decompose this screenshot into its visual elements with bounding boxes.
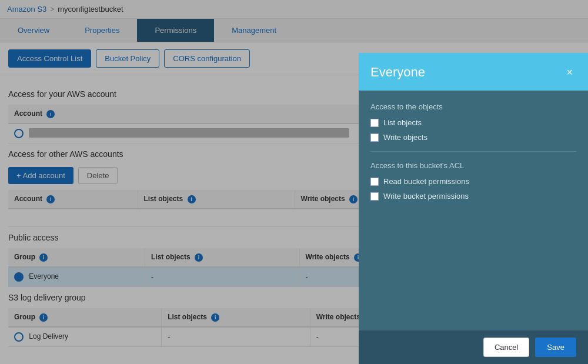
read-bucket-checkbox[interactable] <box>370 178 379 186</box>
list-objects-checkbox[interactable] <box>370 119 379 127</box>
everyone-panel: Everyone × Access to the objects List ob… <box>359 53 588 364</box>
acl-section-title: Access to this bucket's ACL <box>370 161 576 170</box>
panel-footer: Cancel Save <box>359 330 588 364</box>
panel-body: Access to the objects List objects Write… <box>359 91 588 330</box>
read-bucket-checkbox-label: Read bucket permissions <box>383 177 469 186</box>
panel-divider <box>370 151 576 152</box>
write-objects-checkbox[interactable] <box>370 133 379 142</box>
write-objects-checkbox-label: Write objects <box>383 133 427 142</box>
panel-title: Everyone <box>370 65 425 80</box>
write-bucket-checkbox-row: Write bucket permissions <box>370 192 576 201</box>
list-objects-checkbox-row: List objects <box>370 118 576 127</box>
save-button[interactable]: Save <box>535 338 576 357</box>
panel-header: Everyone × <box>359 53 588 91</box>
list-objects-checkbox-label: List objects <box>383 118 422 127</box>
write-objects-checkbox-row: Write objects <box>370 133 576 142</box>
panel-close-button[interactable]: × <box>563 65 576 80</box>
write-bucket-checkbox-label: Write bucket permissions <box>383 192 469 201</box>
cancel-button[interactable]: Cancel <box>483 338 529 357</box>
objects-section-title: Access to the objects <box>370 102 576 111</box>
write-bucket-checkbox[interactable] <box>370 192 379 201</box>
read-bucket-checkbox-row: Read bucket permissions <box>370 177 576 186</box>
